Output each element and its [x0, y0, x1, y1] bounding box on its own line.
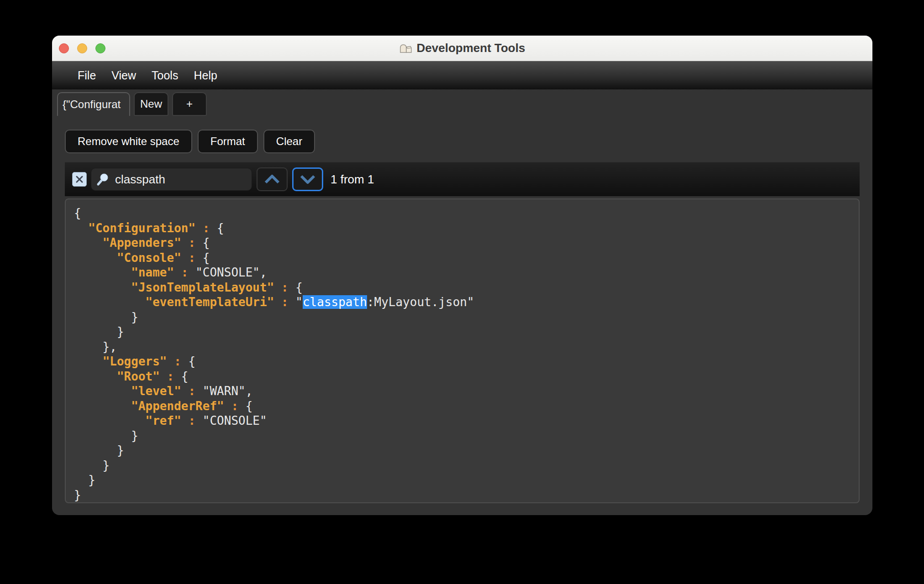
code-line: {	[74, 206, 859, 221]
code-editor[interactable]: { "Configuration" : { "Appenders" : { "C…	[65, 198, 860, 503]
app-window: Development Tools FileViewToolsHelp {"Co…	[52, 36, 872, 515]
code-segment: :	[174, 266, 195, 279]
code-line: "Configuration" : {	[74, 221, 859, 236]
search-bar: 1 from 1	[65, 162, 860, 196]
code-segment	[74, 221, 88, 235]
window-title: Development Tools	[417, 41, 525, 55]
code-line: "eventTemplateUri" : "classpath:MyLayout…	[74, 295, 859, 310]
code-segment: "WARN",	[203, 384, 253, 398]
search-input-wrap	[91, 168, 252, 191]
app-icon	[399, 43, 412, 54]
code-line: "level" : "WARN",	[74, 384, 859, 399]
code-segment: {	[246, 399, 253, 413]
chevron-down-icon	[299, 174, 316, 185]
code-line: "ref" : "CONSOLE"	[74, 413, 859, 428]
code-segment: {	[203, 251, 210, 265]
code-segment: {	[188, 355, 195, 368]
code-segment: "name"	[131, 266, 174, 279]
code-segment: "Root"	[117, 370, 160, 383]
zoom-window-button[interactable]	[95, 43, 105, 53]
code-segment: }	[74, 310, 138, 324]
menu-item-tools[interactable]: Tools	[152, 69, 178, 82]
code-segment: "CONSOLE"	[203, 414, 267, 428]
code-segment: :	[160, 370, 181, 383]
code-segment: }	[74, 443, 124, 457]
code-line: }	[74, 458, 859, 473]
code-segment	[74, 281, 131, 294]
code-line: }	[74, 473, 859, 488]
code-line: "Loggers" : {	[74, 354, 859, 369]
traffic-lights	[59, 36, 105, 61]
code-segment: :	[274, 281, 295, 294]
window-content: {"ConfiguratNew+ Remove white spaceForma…	[52, 89, 872, 515]
code-segment: "Configuration"	[88, 221, 195, 235]
search-match-highlight: classpath	[303, 295, 367, 309]
code-segment: :MyLayout.json"	[367, 295, 474, 309]
code-segment: "Appenders"	[103, 236, 181, 250]
minimize-window-button[interactable]	[77, 43, 87, 53]
code-segment: "	[295, 295, 303, 309]
tab-bar: {"ConfiguratNew+	[57, 92, 872, 116]
close-window-button[interactable]	[59, 43, 69, 53]
code-line: },	[74, 339, 859, 355]
code-line: "Root" : {	[74, 369, 859, 384]
code-segment	[74, 266, 131, 279]
code-segment	[74, 236, 103, 250]
code-segment: }	[74, 325, 124, 339]
code-line: }	[74, 324, 859, 339]
code-line: "Console" : {	[74, 250, 859, 266]
find-previous-button[interactable]	[257, 167, 288, 191]
code-segment: {	[203, 236, 210, 250]
code-segment: }	[74, 488, 81, 502]
code-segment: "CONSOLE",	[195, 266, 267, 279]
find-next-button[interactable]	[292, 167, 323, 191]
toolbar: Remove white spaceFormatClear	[65, 130, 872, 153]
code-line: "name" : "CONSOLE",	[74, 265, 859, 280]
code-line: "JsonTemplateLayout" : {	[74, 280, 859, 295]
tab-add[interactable]: +	[172, 92, 207, 116]
code-segment: :	[181, 414, 203, 428]
code-segment: :	[195, 221, 217, 235]
code-segment: :	[181, 384, 203, 398]
close-search-button[interactable]	[72, 172, 87, 187]
code-segment: "eventTemplateUri"	[146, 295, 274, 309]
tab-new[interactable]: New	[134, 92, 168, 116]
code-segment: {	[295, 281, 303, 294]
code-segment: }	[74, 459, 110, 472]
code-segment: "AppenderRef"	[131, 399, 224, 413]
code-segment	[74, 251, 117, 265]
clear-button[interactable]: Clear	[263, 130, 315, 153]
code-segment: :	[224, 399, 246, 413]
menu-item-help[interactable]: Help	[194, 69, 217, 82]
code-segment	[74, 295, 146, 309]
menu-item-file[interactable]: File	[78, 69, 96, 82]
code-segment	[74, 384, 131, 398]
code-line: "AppenderRef" : {	[74, 399, 859, 414]
code-line: }	[74, 443, 859, 458]
format-button[interactable]: Format	[198, 130, 258, 153]
search-input[interactable]	[91, 168, 252, 191]
chevron-up-icon	[263, 174, 281, 185]
close-icon	[75, 175, 84, 183]
code-segment: :	[274, 295, 295, 309]
window-title-group: Development Tools	[399, 41, 525, 55]
tab-configuration[interactable]: {"Configurat	[57, 92, 130, 116]
code-segment: "Loggers"	[103, 355, 167, 368]
code-segment: {	[74, 206, 81, 220]
menu-item-view[interactable]: View	[111, 69, 136, 82]
remove-white-space-button[interactable]: Remove white space	[65, 130, 192, 153]
code-segment: }	[74, 473, 95, 487]
code-segment: }	[74, 429, 138, 443]
code-segment: {	[181, 370, 189, 383]
code-segment	[74, 355, 103, 368]
code-segment: {	[217, 221, 224, 235]
code-segment: :	[167, 355, 189, 368]
code-segment: "JsonTemplateLayout"	[131, 281, 274, 294]
code-segment	[74, 414, 146, 428]
code-segment: :	[181, 251, 203, 265]
code-segment: :	[181, 236, 203, 250]
code-segment: },	[74, 340, 117, 354]
code-line: }	[74, 310, 859, 325]
code-segment: "ref"	[146, 414, 181, 428]
code-line: }	[74, 428, 859, 443]
